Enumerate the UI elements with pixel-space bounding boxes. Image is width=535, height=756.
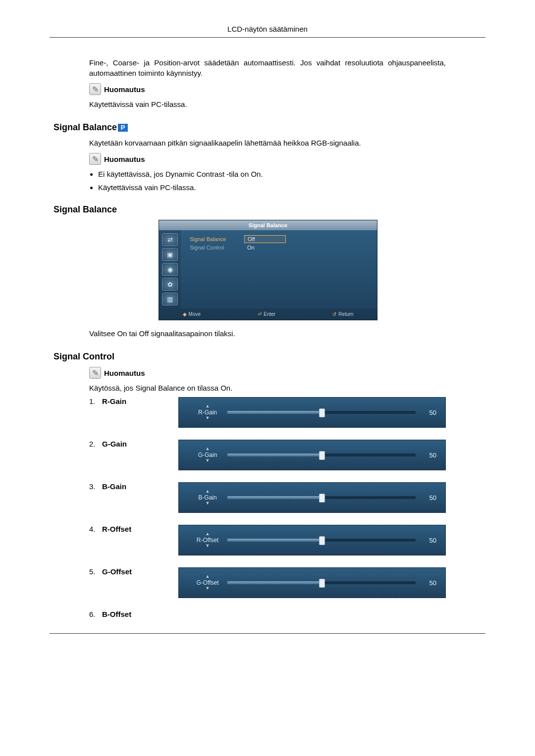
slider-thumb	[319, 536, 325, 545]
slider-value: 50	[423, 452, 436, 459]
slider-label: B-Gain	[188, 494, 227, 501]
list-number: 3.	[89, 482, 97, 491]
osd-multi-icon: ▥	[162, 293, 178, 305]
osd-input-icon: ⇄	[162, 233, 178, 246]
control-row: 5. G-Offset ▲ G-Offset ▼ 50	[89, 567, 446, 598]
heading-text: Signal Balance	[54, 122, 117, 132]
footer-rule	[50, 633, 485, 634]
bullet-item: Ei käytettävissä, jos Dynamic Contrast -…	[98, 170, 446, 178]
slider-label: R-Gain	[188, 409, 227, 416]
return-icon: ↺	[332, 311, 336, 317]
up-arrow-icon: ▲	[188, 447, 227, 452]
control-row: 3. B-Gain ▲ B-Gain ▼ 50	[89, 482, 446, 513]
osd-sound-icon: ◉	[162, 263, 178, 276]
control-row: 2. G-Gain ▲ G-Gain ▼ 50	[89, 440, 446, 470]
slider-panel: ▲ R-Offset ▼ 50	[178, 525, 446, 555]
note-label: Huomautus	[104, 85, 145, 94]
slider-label: G-Offset	[188, 579, 227, 586]
slider-thumb	[319, 579, 325, 588]
note-row: ✎ Huomautus	[89, 153, 446, 165]
intro-note-body: Käytettävissä vain PC-tilassa.	[89, 99, 446, 109]
up-arrow-icon: ▲	[188, 489, 227, 494]
sigbal-after: Valitsee On tai Off signaalitasapainon t…	[89, 328, 446, 339]
up-arrow-icon: ▲	[188, 532, 227, 537]
control-row: 1. R-Gain ▲ R-Gain ▼ 50	[89, 397, 446, 428]
slider-panel: ▲ B-Gain ▼ 50	[178, 482, 446, 513]
slider-panel: ▲ R-Gain ▼ 50	[178, 397, 446, 428]
note-label: Huomautus	[104, 155, 145, 163]
osd-option-on: On	[244, 244, 285, 251]
section-heading-signal-balance: Signal Balance	[54, 204, 446, 215]
osd-item-signal-balance: Signal Balance	[190, 236, 244, 242]
osd-main: Signal Balance Off Signal Control On	[181, 230, 377, 308]
slider-track	[227, 496, 416, 499]
page-header: LCD-näytön säätäminen	[50, 25, 485, 38]
slider-track	[227, 411, 416, 414]
down-arrow-icon: ▼	[188, 501, 227, 506]
osd-menu: Signal Balance ⇄ ▣ ◉ ✿ ▥ Signal Balance …	[159, 220, 376, 320]
osd-sidebar: ⇄ ▣ ◉ ✿ ▥	[159, 230, 181, 308]
down-arrow-icon: ▼	[188, 586, 227, 591]
osd-item-signal-control: Signal Control	[190, 245, 244, 251]
slider-value: 50	[423, 494, 436, 502]
down-arrow-icon: ▼	[188, 544, 227, 549]
note-row: ✎ Huomautus	[89, 367, 446, 379]
note-icon: ✎	[89, 153, 101, 165]
osd-footer-return: Return	[338, 311, 353, 317]
osd-option-off: Off	[244, 235, 286, 243]
list-number: 6.	[89, 610, 97, 618]
bullet-item: Käytettävissä vain PC-tilassa.	[98, 183, 446, 192]
sigctrl-note-body: Käytössä, jos Signal Balance on tilassa …	[89, 383, 446, 393]
note-icon: ✎	[89, 367, 101, 379]
osd-title: Signal Balance	[159, 220, 377, 230]
up-arrow-icon: ▲	[188, 404, 227, 409]
note-row: ✎ Huomautus	[89, 83, 446, 95]
slider-track	[227, 539, 416, 542]
control-row: 6. B-Offset	[89, 610, 446, 618]
section-heading-signal-balance-p: Signal BalanceP	[54, 122, 446, 133]
down-arrow-icon: ▼	[188, 416, 227, 421]
slider-thumb	[319, 408, 325, 417]
list-number: 1.	[89, 397, 97, 405]
slider-thumb	[319, 494, 325, 503]
osd-footer: ◆Move ⏎Enter ↺Return	[159, 308, 377, 320]
note-bullets: Ei käytettävissä, jos Dynamic Contrast -…	[98, 170, 446, 192]
note-label: Huomautus	[104, 369, 145, 377]
osd-footer-move: Move	[189, 311, 201, 317]
osd-picture-icon: ▣	[162, 248, 178, 261]
list-number: 5.	[89, 567, 97, 576]
list-number: 4.	[89, 525, 97, 533]
slider-thumb	[319, 451, 325, 460]
slider-label: R-Offset	[188, 537, 227, 544]
slider-track	[227, 454, 416, 456]
control-label: R-Offset	[102, 525, 131, 533]
control-row: 4. R-Offset ▲ R-Offset ▼ 50	[89, 525, 446, 555]
slider-label: G-Gain	[188, 452, 227, 458]
note-icon: ✎	[89, 83, 101, 95]
slider-panel: ▲ G-Gain ▼ 50	[178, 440, 446, 470]
intro-paragraph: Fine-, Coarse- ja Position-arvot säädetä…	[89, 57, 446, 78]
control-label: G-Gain	[102, 440, 127, 448]
list-number: 2.	[89, 440, 97, 448]
signal-control-list: 1. R-Gain ▲ R-Gain ▼ 50	[89, 397, 446, 618]
osd-setup-icon: ✿	[162, 278, 178, 291]
control-label: B-Offset	[102, 610, 131, 618]
section-heading-signal-control: Signal Control	[54, 352, 446, 362]
sigbal-desc: Käytetään korvaamaan pitkän signaalikaap…	[89, 138, 446, 148]
control-label: B-Gain	[102, 482, 126, 491]
down-arrow-icon: ▼	[188, 458, 227, 463]
p-badge-icon: P	[118, 124, 128, 132]
slider-value: 50	[423, 409, 436, 416]
move-icon: ◆	[183, 311, 187, 317]
slider-value: 50	[423, 579, 436, 587]
up-arrow-icon: ▲	[188, 574, 227, 579]
slider-value: 50	[423, 537, 436, 544]
control-label: R-Gain	[102, 397, 126, 405]
slider-track	[227, 581, 416, 584]
control-label: G-Offset	[102, 567, 132, 576]
osd-footer-enter: Enter	[264, 311, 275, 317]
enter-icon: ⏎	[258, 311, 262, 317]
slider-panel: ▲ G-Offset ▼ 50	[178, 567, 446, 598]
